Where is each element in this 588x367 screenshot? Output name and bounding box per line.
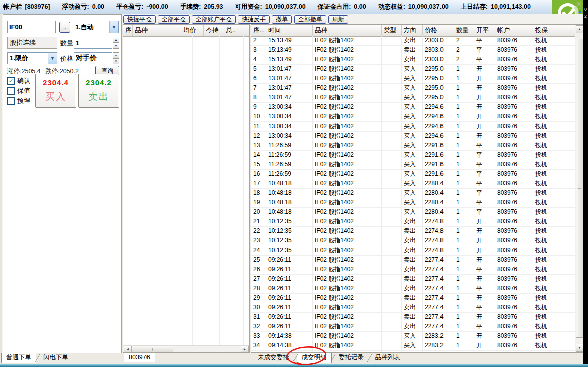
horizontal-scrollbar[interactable]: ◄ ►	[123, 345, 249, 352]
column-header[interactable]: 开平	[474, 25, 495, 36]
tab-flash-order[interactable]: 闪电下单	[39, 353, 73, 363]
close-icon[interactable]: ✕	[575, 1, 583, 8]
trade-row[interactable]: 3009:26:11IF02 股指1402卖出2277.41平803976投机	[251, 303, 575, 313]
trade-row[interactable]: 3309:14:38IF02 股指1402买入2283.21开803976投机	[251, 332, 575, 341]
close-all-button[interactable]: 全部平仓	[158, 15, 190, 24]
quantity-stepper[interactable]: ▲ ▼	[113, 37, 119, 49]
preset-checkbox[interactable]: 预埋	[7, 96, 30, 106]
checkbox-box[interactable]	[7, 87, 15, 95]
price-stepper[interactable]: ▲ ▼	[113, 52, 119, 64]
scroll-right-button[interactable]: ►	[241, 346, 249, 353]
trade-row[interactable]: 1311:26:59IF02 股指1402买入2291.61平803976投机	[251, 141, 575, 151]
trade-row[interactable]: 2410:12:35IF02 股指1402卖出2274.81开803976投机	[251, 246, 575, 256]
vertical-scrollbar[interactable]: ▲ ▼	[575, 25, 583, 352]
trade-row[interactable]: 713:01:47IF02 股指1402买入2295.01开803976投机	[251, 84, 575, 93]
trade-row[interactable]: 1910:48:18IF02 股指1402买入2280.41平803976投机	[251, 198, 575, 208]
trade-row[interactable]: 813:01:47IF02 股指1402买入2295.01开803976投机	[251, 93, 575, 103]
trade-row[interactable]: 513:01:47IF02 股指1402买入2295.01开803976投机	[251, 65, 575, 74]
chevron-down-icon[interactable]: ▼	[109, 21, 118, 33]
trade-row[interactable]: 2010:48:18IF02 股指1402买入2280.41平803976投机	[251, 208, 575, 217]
trade-row[interactable]: 1213:00:34IF02 股指1402买入2294.61开803976投机	[251, 132, 575, 141]
trade-row[interactable]: 2310:12:35IF02 股指1402卖出2274.81开803976投机	[251, 236, 575, 246]
checkbox-box[interactable]: ✓	[7, 77, 15, 85]
mode-select[interactable]: 1.自动 ▼	[73, 21, 119, 33]
column-header[interactable]: 投保	[533, 25, 557, 36]
checkbox-box[interactable]	[7, 97, 15, 105]
column-header[interactable]: 品种	[313, 25, 382, 36]
trade-row[interactable]: 2609:26:11IF02 股指1402卖出2277.41平803976投机	[251, 265, 575, 275]
quantity-input[interactable]	[74, 37, 112, 49]
column-header[interactable]: 品种	[133, 25, 181, 36]
trade-row[interactable]: 1013:00:34IF02 股指1402买入2294.61开803976投机	[251, 112, 575, 122]
column-header[interactable]: 序...	[251, 25, 266, 36]
contract-code-input[interactable]	[7, 21, 56, 33]
sell-button[interactable]: 2304.2 卖出	[78, 74, 119, 108]
trade-row[interactable]: 3109:26:11IF02 股指1402卖出2277.41开803976投机	[251, 313, 575, 322]
trade-row[interactable]: 2110:12:35IF02 股指1402卖出2274.81开803976投机	[251, 217, 575, 227]
column-header[interactable]	[557, 25, 575, 36]
scroll-up-icon[interactable]: ▲	[576, 8, 583, 14]
hedge-checkbox[interactable]: 保值	[7, 86, 30, 96]
tab-product-list[interactable]: 品种列表	[371, 353, 405, 363]
cancel-all-button[interactable]: 全部撤单	[294, 15, 326, 24]
trade-row[interactable]: 2210:12:35IF02 股指1402卖出2274.81开803976投机	[251, 227, 575, 236]
spinner-up-icon[interactable]: ▲	[113, 52, 119, 58]
close-all-accounts-button[interactable]: 全部账户平仓	[192, 15, 236, 24]
column-header[interactable]: 均价	[181, 25, 204, 36]
scroll-down-button[interactable]: ▼	[576, 344, 583, 352]
quick-reverse-button[interactable]: 快捷反手	[238, 15, 270, 24]
trades-panel: 序...时间品种类型方向价格数量开平帐户投保 215:13:49IF02 股指1…	[251, 24, 583, 353]
trade-cell: 投机	[533, 74, 557, 83]
trade-row[interactable]: 1511:26:59IF02 股指1402买入2291.61平803976投机	[251, 160, 575, 170]
cancel-order-button[interactable]: 撤单	[272, 15, 292, 24]
trade-row[interactable]: 2909:26:11IF02 股指1402卖出2277.41开803976投机	[251, 294, 575, 303]
buy-button[interactable]: 2304.4 买入	[35, 74, 76, 108]
trade-cell: 1	[454, 103, 474, 112]
scrollbar-thumb[interactable]	[132, 346, 173, 353]
trade-row[interactable]: 1113:00:34IF02 股指1402买入2294.61开803976投机	[251, 122, 575, 132]
trade-row[interactable]: 1710:48:18IF02 股指1402买入2280.41平803976投机	[251, 179, 575, 189]
column-header[interactable]: 价格	[423, 25, 454, 36]
trade-row[interactable]: 1411:26:59IF02 股指1402买入2291.61平803976投机	[251, 151, 575, 160]
trade-row[interactable]: 315:13:49IF02 股指1402卖出2303.02平803976投机	[251, 46, 575, 55]
column-header[interactable]: 时间	[266, 25, 313, 36]
trade-row[interactable]: 613:01:47IF02 股指1402买入2295.01开803976投机	[251, 74, 575, 84]
column-header[interactable]: 数量	[454, 25, 474, 36]
trades-body: 215:13:49IF02 股指1402卖出2303.02平803976投机31…	[251, 36, 575, 352]
trade-cell: 2283.2	[423, 332, 454, 341]
trade-row[interactable]: 1611:26:59IF02 股指1402买入2291.61平803976投机	[251, 170, 575, 179]
refresh-button[interactable]: 刷新	[328, 15, 348, 24]
column-header[interactable]: 序..	[123, 25, 133, 36]
column-header[interactable]: 类型	[382, 25, 402, 36]
column-header[interactable]: 今持	[204, 25, 224, 36]
trade-row[interactable]: 1810:48:18IF02 股指1402买入2280.41平803976投机	[251, 189, 575, 198]
column-header[interactable]: 方向	[402, 25, 423, 36]
confirm-checkbox[interactable]: ✓确认	[7, 76, 30, 86]
tab-normal-order[interactable]: 普通下单	[1, 353, 36, 363]
tab-order-records[interactable]: 委托记录	[334, 353, 368, 363]
scroll-left-button[interactable]: ◄	[124, 346, 132, 353]
tab-account-803976[interactable]: 803976	[124, 353, 155, 362]
trade-row[interactable]: 913:00:34IF02 股指1402买入2294.61开803976投机	[251, 103, 575, 112]
tab-trade-details[interactable]: 成交明细	[297, 353, 332, 363]
quick-close-button[interactable]: 快捷平仓	[123, 15, 156, 24]
trade-row[interactable]: 3209:26:11IF02 股指1402卖出2277.41平803976投机	[251, 322, 575, 332]
trade-row[interactable]: 2709:26:11IF02 股指1402卖出2277.41开803976投机	[251, 275, 575, 284]
price-type-select[interactable]: 1.限价 ▼	[7, 52, 57, 64]
spinner-down-icon[interactable]: ▼	[113, 58, 119, 64]
scroll-up-button[interactable]: ▲	[576, 25, 583, 33]
browse-button[interactable]: ..	[59, 22, 70, 33]
trade-row[interactable]: 3409:14:38IF02 股指1402买入2283.21开803976投机	[251, 341, 575, 351]
price-input[interactable]	[74, 52, 112, 64]
trade-row[interactable]: 2809:26:11IF02 股指1402卖出2277.41平803976投机	[251, 284, 575, 294]
trade-row[interactable]: 2509:26:11IF02 股指1402卖出2277.41开803976投机	[251, 256, 575, 265]
spinner-up-icon[interactable]: ▲	[113, 37, 119, 43]
scrollbar-thumb[interactable]	[576, 39, 583, 338]
trade-row[interactable]: 215:13:49IF02 股指1402卖出2303.02平803976投机	[251, 36, 575, 46]
column-header[interactable]: 帐户	[495, 25, 533, 36]
trade-row[interactable]: 415:13:49IF02 股指1402卖出2303.02平803976投机	[251, 55, 575, 65]
spinner-down-icon[interactable]: ▼	[113, 43, 119, 49]
tab-pending-orders[interactable]: 未成交委托	[253, 353, 294, 363]
column-header[interactable]: 总..	[224, 25, 249, 36]
chevron-down-icon[interactable]: ▼	[48, 53, 57, 64]
